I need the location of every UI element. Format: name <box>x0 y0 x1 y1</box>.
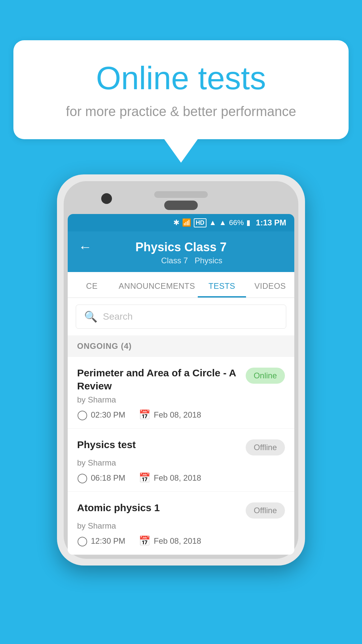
tab-announcements[interactable]: ANNOUNCEMENTS <box>116 272 198 298</box>
home-sensor <box>164 201 198 210</box>
app-bar-title: Physics Class 7 <box>100 240 262 254</box>
tab-bar: CE ANNOUNCEMENTS TESTS VIDEOS <box>68 272 294 298</box>
test-time: ◯ 06:18 PM <box>77 472 125 483</box>
test-item[interactable]: Atomic physics 1 Offline by Sharma ◯ 12:… <box>68 492 294 555</box>
app-bar-subject: Physics <box>195 256 223 265</box>
section-ongoing-label: ONGOING (4) <box>77 341 132 351</box>
vibrate-icon: 📶 <box>182 218 191 227</box>
clock-icon: ◯ <box>77 409 87 420</box>
search-icon: 🔍 <box>84 310 98 323</box>
battery-percent: 66% <box>229 218 244 227</box>
test-meta: ◯ 06:18 PM 📅 Feb 08, 2018 <box>77 472 285 483</box>
status-bar: ✱ 📶 HD ▲ ▲ 66% ▮ 1:13 PM <box>68 214 294 231</box>
test-time-value: 06:18 PM <box>91 473 125 483</box>
test-meta: ◯ 02:30 PM 📅 Feb 08, 2018 <box>77 409 285 420</box>
test-time: ◯ 12:30 PM <box>77 535 125 546</box>
app-bar: ← Physics Class 7 Class 7 Physics <box>68 231 294 272</box>
test-item[interactable]: Perimeter and Area of a Circle - A Revie… <box>68 357 294 429</box>
tab-tests[interactable]: TESTS <box>198 272 246 298</box>
back-button[interactable]: ← <box>78 239 92 255</box>
hd-badge: HD <box>194 218 206 227</box>
test-meta: ◯ 12:30 PM 📅 Feb 08, 2018 <box>77 535 285 546</box>
phone-screen: ✱ 📶 HD ▲ ▲ 66% ▮ 1:13 PM ← Physics Class <box>68 214 294 555</box>
hero-subtitle: for more practice & better performance <box>34 104 328 119</box>
test-title: Physics test <box>77 438 240 451</box>
calendar-icon: 📅 <box>139 472 150 483</box>
tab-videos[interactable]: VIDEOS <box>246 272 294 298</box>
status-time: 1:13 PM <box>256 218 286 227</box>
speaker <box>154 191 208 198</box>
test-time-value: 02:30 PM <box>91 410 125 420</box>
battery-icon: ▮ <box>246 218 250 227</box>
app-bar-subtitle: Class 7 Physics <box>78 256 284 265</box>
test-title: Perimeter and Area of a Circle - A Revie… <box>77 366 240 392</box>
search-placeholder: Search <box>103 311 133 322</box>
hero-title: Online tests <box>34 60 328 96</box>
wifi-icon: ▲ <box>209 218 217 227</box>
calendar-icon: 📅 <box>139 535 150 546</box>
test-row1: Perimeter and Area of a Circle - A Revie… <box>77 366 285 392</box>
status-badge: Online <box>246 368 285 384</box>
phone-outer: ✱ 📶 HD ▲ ▲ 66% ▮ 1:13 PM ← Physics Class <box>57 174 305 566</box>
test-by: by Sharma <box>77 395 285 405</box>
test-date: 📅 Feb 08, 2018 <box>139 535 201 546</box>
test-row1: Atomic physics 1 Offline <box>77 501 285 519</box>
signal-icon: ▲ <box>219 218 226 227</box>
test-by: by Sharma <box>77 458 285 468</box>
tab-ce[interactable]: CE <box>68 272 116 298</box>
test-date-value: Feb 08, 2018 <box>154 473 201 483</box>
app-bar-class: Class 7 <box>161 256 188 265</box>
hero-section: Online tests for more practice & better … <box>13 40 349 163</box>
test-title: Atomic physics 1 <box>77 501 240 514</box>
search-box[interactable]: 🔍 Search <box>76 305 286 329</box>
test-date: 📅 Feb 08, 2018 <box>139 409 201 420</box>
test-date-value: Feb 08, 2018 <box>154 410 201 420</box>
test-time: ◯ 02:30 PM <box>77 409 125 420</box>
clock-icon: ◯ <box>77 535 87 546</box>
test-date-value: Feb 08, 2018 <box>154 536 201 546</box>
camera <box>101 193 112 204</box>
status-badge: Offline <box>246 502 285 519</box>
phone-mockup: ✱ 📶 HD ▲ ▲ 66% ▮ 1:13 PM ← Physics Class <box>57 174 305 566</box>
speech-bubble: Online tests for more practice & better … <box>13 40 349 139</box>
test-row1: Physics test Offline <box>77 438 285 455</box>
test-date: 📅 Feb 08, 2018 <box>139 472 201 483</box>
test-item[interactable]: Physics test Offline by Sharma ◯ 06:18 P… <box>68 429 294 492</box>
section-ongoing-header: ONGOING (4) <box>68 335 294 357</box>
search-container: 🔍 Search <box>68 298 294 335</box>
phone-inner: ✱ 📶 HD ▲ ▲ 66% ▮ 1:13 PM ← Physics Class <box>64 181 298 559</box>
test-time-value: 12:30 PM <box>91 536 125 546</box>
test-by: by Sharma <box>77 521 285 531</box>
bluetooth-icon: ✱ <box>173 218 179 227</box>
status-badge: Offline <box>246 439 285 455</box>
calendar-icon: 📅 <box>139 409 150 420</box>
status-icons: ✱ 📶 HD ▲ ▲ 66% ▮ 1:13 PM <box>173 218 286 227</box>
speech-bubble-tail <box>164 139 198 163</box>
app-bar-row: ← Physics Class 7 <box>78 239 284 255</box>
clock-icon: ◯ <box>77 472 87 483</box>
phone-top <box>68 185 294 214</box>
